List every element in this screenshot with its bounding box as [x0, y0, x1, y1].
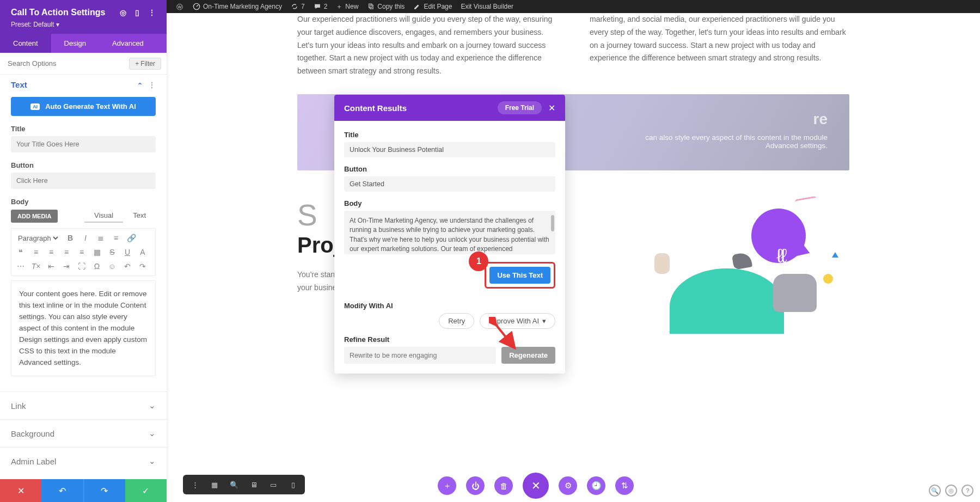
tab-design[interactable]: Design: [51, 34, 99, 53]
copy-this[interactable]: Copy this: [363, 3, 409, 10]
sidebar-title: Call To Action Settings: [11, 8, 105, 17]
section-admin-label[interactable]: Admin Label ⌄: [0, 447, 167, 475]
updates[interactable]: 7: [286, 3, 309, 10]
strike-icon[interactable]: S: [107, 247, 117, 257]
indent-right-icon[interactable]: ⇥: [62, 261, 71, 271]
free-trial-badge[interactable]: Free Trial: [498, 101, 542, 114]
modify-label: Modify With AI: [344, 302, 555, 310]
modal-body-field[interactable]: At On-Time Marketing Agency, we understa…: [344, 211, 555, 254]
module-settings-sidebar: Call To Action Settings ◎ ▯ ⋮ Preset: De…: [0, 0, 167, 502]
section-background[interactable]: Background ⌄: [0, 419, 167, 447]
close-icon[interactable]: ✕: [548, 103, 555, 113]
layout-icon[interactable]: ▯: [135, 8, 139, 17]
section-text-header[interactable]: Text ⌃⋮: [11, 80, 156, 89]
underline-icon[interactable]: U: [122, 247, 132, 257]
clear-format-icon[interactable]: T×: [31, 261, 41, 271]
tablet-icon[interactable]: ▭: [267, 478, 280, 491]
save-button[interactable]: ✓: [125, 479, 167, 502]
fab-power[interactable]: ⏻: [466, 476, 485, 495]
chevron-down-icon: ▾: [56, 21, 59, 28]
tab-content[interactable]: Content: [0, 34, 51, 53]
svg-rect-1: [369, 4, 372, 8]
textcolor-icon[interactable]: A: [138, 247, 148, 257]
add-media-button[interactable]: ADD MEDIA: [11, 210, 58, 223]
zoom-icon[interactable]: 🔍: [228, 478, 241, 491]
align-center-icon[interactable]: ≡: [46, 247, 56, 257]
fab-settings[interactable]: ⚙: [559, 476, 577, 495]
more-icon[interactable]: ⋮: [188, 478, 201, 491]
modify-row: Retry Improve With AI ▾: [344, 313, 555, 329]
phone-icon[interactable]: ▯: [286, 478, 299, 491]
target-icon[interactable]: ◎: [945, 485, 957, 497]
modal-button-field[interactable]: Get Started: [344, 176, 555, 192]
help-icon[interactable]: ?: [961, 485, 973, 497]
fab-trash[interactable]: 🗑: [494, 476, 513, 495]
redo-button[interactable]: ↷: [83, 479, 125, 502]
chevron-down-icon: ⌄: [149, 428, 156, 438]
undo-icon[interactable]: ↶: [122, 261, 132, 271]
emoji-icon[interactable]: ☺: [107, 261, 117, 271]
paragraph-select[interactable]: Paragraph: [16, 233, 60, 243]
tab-advanced[interactable]: Advanced: [99, 34, 157, 53]
link-icon[interactable]: 🔗: [126, 233, 136, 243]
fab-sort[interactable]: ⇅: [615, 476, 634, 495]
chevron-up-icon: ⌃: [137, 82, 143, 89]
target-icon[interactable]: ◎: [120, 8, 126, 17]
align-right-icon[interactable]: ≡: [62, 247, 71, 257]
modal-title-field[interactable]: Unlock Your Business Potential: [344, 142, 555, 157]
title-input[interactable]: [11, 136, 156, 152]
site-name[interactable]: On-Time Marketing Agency: [188, 3, 286, 10]
search-icon[interactable]: 🔍: [929, 485, 941, 497]
chevron-down-icon: ⌄: [149, 456, 156, 466]
desktop-icon[interactable]: 🖥: [247, 478, 260, 491]
more-toolbar-icon[interactable]: ⋯: [16, 261, 26, 271]
italic-icon[interactable]: I: [81, 233, 90, 243]
redo-icon[interactable]: ↷: [138, 261, 148, 271]
refine-label: Refine Result: [344, 335, 555, 344]
edit-page[interactable]: Edit Page: [409, 3, 456, 10]
wp-logo[interactable]: ⓦ: [172, 3, 188, 10]
button-input[interactable]: [11, 173, 156, 189]
intro-columns: Our experienced practitioners will guide…: [297, 13, 849, 78]
tab-text[interactable]: Text: [123, 209, 156, 223]
ul-icon[interactable]: ≣: [96, 233, 106, 243]
indent-left-icon[interactable]: ⇤: [46, 261, 56, 271]
fab-close[interactable]: ✕: [523, 473, 549, 499]
new-content[interactable]: ＋New: [332, 2, 363, 11]
exit-visual-builder[interactable]: Exit Visual Builder: [456, 3, 518, 10]
preset-label[interactable]: Preset: Default ▾: [11, 21, 156, 28]
table-icon[interactable]: ▦: [92, 247, 102, 257]
speech-bubble-icon: ℓℓ: [751, 209, 806, 263]
special-char-icon[interactable]: Ω: [92, 261, 102, 271]
more-icon[interactable]: ⋮: [148, 81, 156, 89]
refine-input[interactable]: [344, 347, 496, 364]
scrollbar-thumb[interactable]: [551, 215, 554, 231]
tab-visual[interactable]: Visual: [84, 209, 123, 223]
fab-history[interactable]: 🕘: [587, 476, 605, 495]
quote-icon[interactable]: ❝: [16, 247, 26, 257]
more-icon[interactable]: ⋮: [148, 8, 156, 17]
retry-button[interactable]: Retry: [439, 313, 474, 329]
body-editor[interactable]: Your content goes here. Edit or remove t…: [11, 280, 156, 376]
wireframe-icon[interactable]: ▦: [208, 478, 221, 491]
comments[interactable]: 2: [309, 3, 332, 10]
section-link[interactable]: Link ⌄: [0, 391, 167, 419]
filter-button[interactable]: +Filter: [129, 58, 161, 70]
align-left-icon[interactable]: ≡: [31, 247, 41, 257]
undo-button[interactable]: ↶: [41, 479, 83, 502]
align-justify-icon[interactable]: ≡: [77, 247, 87, 257]
button-label: Button: [11, 161, 156, 169]
modal-title: Content Results: [344, 103, 407, 113]
ai-generate-button[interactable]: AI Auto Generate Text With AI: [11, 97, 156, 116]
fab-add[interactable]: ＋: [438, 476, 456, 495]
annotation-1: 1: [469, 252, 488, 271]
fullscreen-icon[interactable]: ⛶: [77, 261, 87, 271]
ol-icon[interactable]: ≡: [111, 233, 121, 243]
content-results-modal: Content Results Free Trial ✕ Title Unloc…: [334, 95, 565, 374]
bold-icon[interactable]: B: [65, 233, 75, 243]
wp-admin-bar: ⓦ On-Time Marketing Agency 7 2 ＋New Copy…: [167, 0, 980, 13]
cancel-button[interactable]: ✕: [0, 479, 41, 502]
search-input[interactable]: [5, 56, 129, 71]
use-this-text-button[interactable]: Use This Text: [489, 267, 550, 284]
builder-bottom-bar: ⋮ ▦ 🔍 🖥 ▭ ▯: [183, 475, 305, 494]
